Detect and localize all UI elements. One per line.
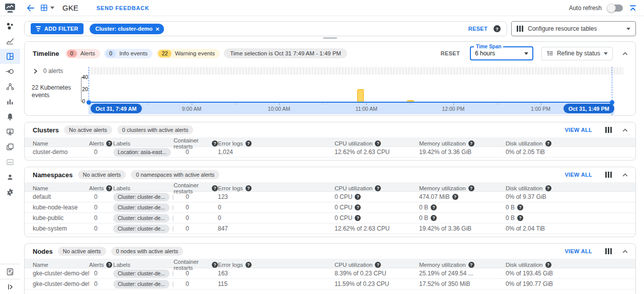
configure-resource-tables-select[interactable]: Configure resource tables [511, 21, 636, 36]
sidebar-item-alerting[interactable] [0, 109, 20, 124]
label-chip[interactable]: Cluster: cluster-de... [113, 203, 170, 212]
selection-start-handle[interactable] [87, 100, 91, 105]
help-icon[interactable] [355, 204, 361, 210]
refine-by-status-select[interactable]: Refine by status [541, 47, 613, 60]
help-icon[interactable] [431, 215, 437, 221]
help-icon[interactable] [106, 185, 112, 191]
label-chip[interactable]: Location: asia-east... [113, 148, 171, 157]
add-filter-button[interactable]: ADD FILTER [31, 23, 84, 34]
help-icon[interactable] [517, 215, 523, 221]
collapse-all-button[interactable] [629, 4, 637, 12]
help-icon[interactable] [545, 262, 551, 268]
help-icon[interactable] [517, 204, 523, 210]
section-collapse-button[interactable] [622, 172, 628, 178]
panel-resize-handle[interactable] [323, 37, 337, 39]
help-icon[interactable] [375, 140, 381, 146]
column-settings-icon[interactable] [605, 172, 612, 178]
sidebar-item-uptime-checks[interactable] [0, 124, 20, 139]
warning-events-bar[interactable] [357, 89, 364, 102]
auto-refresh-label: Auto refresh [569, 5, 602, 12]
help-icon[interactable] [375, 185, 381, 191]
cell-name[interactable]: gke-cluster-demo-defa... [33, 270, 89, 277]
view-all-link[interactable]: VIEW ALL [565, 172, 592, 178]
help-icon[interactable] [468, 262, 474, 268]
auto-refresh-toggle[interactable] [608, 5, 623, 12]
help-icon[interactable] [212, 262, 218, 268]
alerts-lane-band [89, 67, 623, 75]
label-chip[interactable]: Cluster: cluster-de... [113, 225, 170, 233]
cell-name[interactable]: kube-public [33, 214, 89, 222]
warning-events-badge[interactable]: 22Warning events [156, 49, 220, 58]
help-icon[interactable] [106, 262, 112, 268]
monitoring-logo-icon[interactable] [0, 0, 20, 16]
section-collapse-button[interactable] [622, 127, 628, 133]
x-axis-tick-label: 1:00 PM [531, 106, 550, 112]
cell-name[interactable]: default [33, 193, 89, 200]
help-icon[interactable] [212, 140, 218, 146]
column-settings-icon[interactable] [605, 248, 612, 254]
sidebar-item-reports[interactable] [0, 94, 20, 109]
help-icon[interactable] [355, 215, 361, 221]
timeline-chart[interactable]: 0 alerts 22 Kubernetes events 40 20 0 9:… [25, 61, 635, 115]
sidebar-item-snapshots[interactable] [0, 155, 20, 170]
sidebar-item-groups[interactable] [0, 19, 20, 34]
view-all-link[interactable]: VIEW ALL [565, 248, 592, 254]
help-icon[interactable] [375, 262, 381, 268]
help-icon[interactable] [246, 262, 252, 268]
uptime-monitor-icon [6, 127, 15, 136]
table-row: kube-node-lease 0 Cluster: cluster-de...… [25, 202, 635, 213]
help-icon[interactable] [468, 140, 474, 146]
metrics-explorer-icon [6, 37, 15, 46]
help-icon[interactable] [468, 185, 474, 191]
sidebar-item-integrations[interactable] [0, 64, 20, 79]
cell-name[interactable]: cluster-demo [33, 149, 89, 156]
alerts-badge[interactable]: 0Alerts [65, 49, 101, 58]
range-end-pill[interactable]: Oct 31, 1:49 PM [564, 104, 614, 113]
help-icon[interactable] [355, 194, 361, 200]
help-icon[interactable] [246, 140, 252, 146]
help-icon[interactable] [431, 204, 437, 210]
filter-help-icon[interactable] [494, 25, 501, 32]
sidebar-item-pages[interactable] [0, 139, 20, 155]
section-collapse-button[interactable] [622, 248, 628, 255]
time-span-select[interactable]: Time Span 6 hours [470, 46, 533, 60]
label-chip[interactable]: Cluster: cluster-de... [113, 193, 170, 201]
view-all-link[interactable]: VIEW ALL [565, 127, 592, 133]
filter-reset-button[interactable]: RESET [468, 26, 488, 32]
remove-filter-icon[interactable]: × [155, 26, 159, 32]
sidebar-bottom [0, 264, 20, 294]
expand-alerts-icon[interactable] [33, 68, 38, 74]
cell-name[interactable]: gke-cluster-demo-defa... [33, 280, 89, 287]
timeline-collapse-button[interactable] [622, 50, 628, 57]
selection-start-line[interactable] [89, 67, 89, 102]
help-icon[interactable] [545, 140, 551, 146]
help-icon[interactable] [452, 194, 458, 200]
chevron-down-icon [604, 52, 608, 55]
sidebar-expand-button[interactable] [0, 279, 20, 294]
nodes-section: Nodes No active alerts 0 nodes with acti… [24, 243, 636, 294]
table-header-row: Name Alerts Labels Container restarts Er… [25, 259, 635, 268]
column-settings-icon[interactable] [605, 127, 612, 133]
sidebar-item-dashboards[interactable] [0, 49, 20, 64]
help-icon[interactable] [246, 185, 252, 191]
sidebar-item-metrics-explorer[interactable] [0, 34, 20, 49]
help-icon[interactable] [212, 185, 218, 191]
sidebar-item-release-notes[interactable] [0, 264, 20, 279]
sidebar-item-iam[interactable] [0, 170, 20, 185]
info-events-badge[interactable]: 0Info events [104, 49, 152, 58]
range-start-pill[interactable]: Oct 31, 7:49 AM [91, 104, 142, 113]
help-icon[interactable] [106, 140, 112, 146]
label-chip[interactable]: Cluster: cluster-de... [113, 269, 170, 278]
back-button[interactable] [26, 4, 35, 13]
label-chip[interactable]: Cluster: cluster-de... [113, 280, 170, 288]
filter-chip-cluster[interactable]: Cluster: cluster-demo × [90, 24, 164, 34]
timeline-reset-button[interactable]: RESET [441, 50, 460, 56]
label-chip[interactable]: Cluster: cluster-de... [113, 214, 170, 223]
cell-name[interactable]: kube-node-lease [33, 204, 89, 211]
view-switcher-button[interactable] [40, 4, 54, 12]
sidebar-item-services[interactable] [0, 79, 20, 94]
sidebar-item-settings[interactable] [0, 185, 20, 200]
send-feedback-button[interactable]: SEND FEEDBACK [97, 5, 149, 11]
help-icon[interactable] [545, 185, 551, 191]
cell-name[interactable]: kube-system [33, 225, 89, 232]
